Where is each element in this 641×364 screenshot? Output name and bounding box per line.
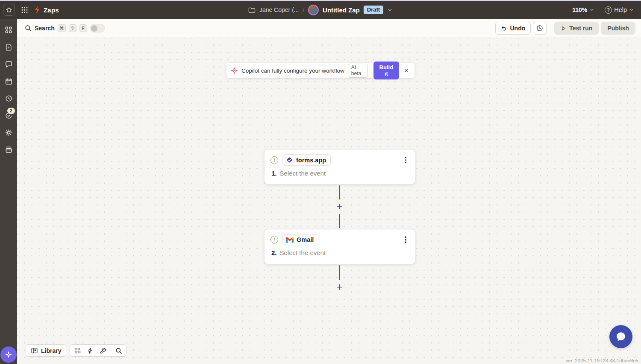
chevron-down-icon[interactable] [387,7,393,13]
library-book-icon [31,347,38,354]
app-selector-formsapp[interactable]: forms.app [282,154,331,166]
step-event-placeholder[interactable]: Select the event [280,249,326,256]
undo-label: Undo [510,25,525,32]
quick-actions-button[interactable] [84,345,97,356]
sidebar-item-storage[interactable] [4,145,13,154]
zoom-level-select[interactable]: 110% [572,6,594,13]
copilot-button[interactable] [0,346,17,363]
canvas-tools-group [70,344,126,357]
magnifier-icon [115,347,122,354]
copilot-star-icon [4,350,13,359]
copilot-sparkle-icon [231,67,238,74]
warning-icon: ! [271,156,278,164]
gear-icon [5,129,13,137]
folder-icon [248,7,256,13]
editor-toolbar: Search ⌘ ⇧ F Undo [17,19,641,38]
app-grid-icon [21,6,28,14]
close-icon[interactable]: × [403,67,410,74]
home-icon [6,6,12,13]
banner-message: Copilot can fully configure your workflo… [241,68,344,74]
search-button[interactable]: Search ⌘ ⇧ F [17,24,87,32]
step-menu-button[interactable] [403,235,409,245]
undo-button[interactable]: Undo [495,22,531,35]
sidebar-item-history[interactable] [4,94,13,103]
app-grid-button[interactable] [21,6,28,14]
canvas-bottom-toolbar: Library [26,344,126,357]
app-name: forms.app [296,157,326,164]
step-card-1[interactable]: ! forms.app 1. [264,149,415,185]
chevron-down-icon [589,7,594,12]
toolbar-divider [111,347,111,354]
support-chat-button[interactable] [609,325,632,348]
keycap-shift: ⇧ [69,24,76,32]
test-run-button[interactable]: Test run [554,22,599,35]
sidebar-item-settings[interactable] [4,128,13,137]
play-icon [561,26,566,31]
calendar-icon [5,77,13,85]
zap-name[interactable]: Untitled Zap [323,6,360,14]
notification-badge: 2 [7,108,15,114]
zap-bolt-icon [34,6,40,14]
history-button[interactable] [533,22,547,35]
home-button[interactable] [3,4,15,16]
app-name: Gmail [297,236,314,243]
step-number: 2. [271,249,277,256]
search-label: Search [35,25,55,32]
step-event-placeholder[interactable]: Select the event [280,170,326,177]
canvas-search-button[interactable] [112,345,125,356]
editor-content: Search ⌘ ⇧ F Undo [17,19,641,364]
keycap-f: F [79,24,87,32]
connector-line [339,214,340,228]
sidebar-item-templates[interactable] [4,43,13,51]
document-zap-icon [5,43,13,51]
library-label: Library [41,347,61,354]
wrench-icon [100,347,106,354]
test-run-label: Test run [569,25,592,32]
blocks-add-icon [74,347,81,354]
page-title: Zaps [44,6,59,14]
lightning-icon [87,347,94,354]
zoom-level-value: 110% [572,6,587,13]
add-step-button[interactable]: + [334,281,345,293]
connector-line [339,265,340,280]
step-menu-button[interactable] [403,155,409,165]
status-badge: Draft [364,6,383,14]
app-selector-gmail[interactable]: Gmail [282,234,318,245]
toggle-knob [91,25,97,32]
library-button[interactable]: Library [26,344,66,357]
gmail-logo-icon [286,237,294,243]
undo-arrow-icon [501,25,507,31]
avatar[interactable] [308,5,319,15]
add-step-button[interactable]: + [334,201,345,212]
step-card-2[interactable]: ! Gmail 2. [264,229,415,264]
sidebar-item-schedule[interactable] [4,77,13,85]
editor-toggle[interactable] [90,24,105,32]
publish-button[interactable]: Publish [601,22,635,35]
ai-beta-badge: AI beta [348,64,368,78]
version-text: ver. 2025-11-19T23:43-1dbae8e5 [565,358,638,363]
tools-button[interactable] [97,345,109,356]
connector-line [339,185,340,200]
warning-icon: ! [271,236,278,244]
breadcrumb-project[interactable]: Jane Coper (... [259,6,299,13]
left-sidebar: 2 [0,19,17,364]
keycap-command: ⌘ [58,24,66,32]
build-it-button[interactable]: Build it [373,62,399,79]
add-blocks-button[interactable] [71,345,84,356]
help-circle-icon: ? [605,6,612,14]
chat-bubble-icon [615,331,627,343]
sidebar-item-components[interactable] [4,26,13,34]
clock-icon [5,94,13,103]
step-number: 1. [271,170,277,177]
search-icon [25,25,32,32]
sidebar-item-status[interactable]: 2 [4,111,13,120]
top-header: Zaps Jane Coper (... / Untitled Zap Draf… [0,1,641,19]
help-menu[interactable]: ? Help [605,6,634,14]
workflow-canvas[interactable]: Copilot can fully configure your workflo… [17,38,641,364]
components-icon [4,26,13,34]
breadcrumb-separator: / [303,7,304,13]
formsapp-logo-icon [286,156,293,164]
copilot-banner: Copilot can fully configure your workflo… [226,63,415,78]
tray-stack-icon [5,146,13,154]
sidebar-item-chat[interactable] [4,60,13,68]
